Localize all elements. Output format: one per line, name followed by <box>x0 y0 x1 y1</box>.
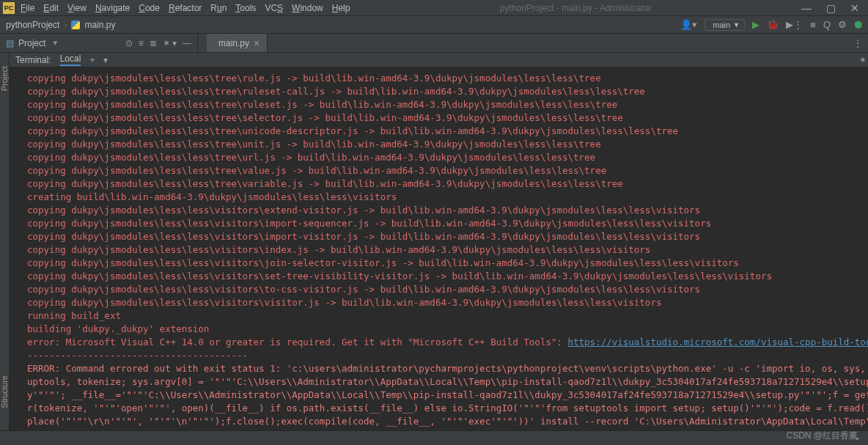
show-options-icon[interactable]: ✶ ▾ <box>163 38 177 48</box>
menu-tools[interactable]: Tools <box>235 3 256 13</box>
project-icon: ▤ <box>6 38 14 48</box>
build-tools-link[interactable]: https://visualstudio.microsoft.com/visua… <box>568 336 868 347</box>
run-config-name: main <box>713 21 730 29</box>
sidebar-tab-project[interactable]: Project <box>0 66 9 91</box>
editor-tab-main[interactable]: main.py × <box>207 34 268 52</box>
sidebar-tab-structure[interactable]: Structure <box>0 375 9 408</box>
chevron-down-icon: ▼ <box>51 39 59 47</box>
expand-all-icon[interactable]: ≡ <box>139 38 144 48</box>
chevron-right-icon: › <box>64 20 67 30</box>
status-square-icon: ▪ <box>856 434 859 443</box>
breadcrumb-project[interactable]: pythonProject <box>6 20 59 30</box>
collapse-all-icon[interactable]: ≣ <box>150 38 157 48</box>
more-icon[interactable]: ⋮ <box>853 38 862 48</box>
window-title: pythonProject - main.py - Administrator <box>350 3 801 13</box>
tab-filename: main.py <box>218 38 249 48</box>
project-panel-title: Project <box>18 38 45 48</box>
stop-icon[interactable]: ■ <box>810 19 816 30</box>
run-icon[interactable]: ▶ <box>752 19 760 30</box>
run-config-selector[interactable]: main ▼ <box>705 19 745 31</box>
terminal-dropdown-icon[interactable]: ▾ <box>103 55 108 65</box>
app-logo: PC <box>3 2 15 14</box>
python-file-icon <box>71 21 80 29</box>
code-with-me-icon[interactable]: ⬢ <box>854 19 862 30</box>
menu-view[interactable]: View <box>67 3 87 13</box>
close-icon[interactable]: ✕ <box>850 2 859 14</box>
terminal-gear-icon[interactable]: ✶ ▾ <box>859 55 868 65</box>
menu-navigate[interactable]: Navigate <box>95 3 130 13</box>
titlebar: PC File Edit View Navigate Code Refactor… <box>0 0 868 16</box>
status-bar: ▪ <box>0 430 868 445</box>
menu-vcs[interactable]: VCS <box>265 3 283 13</box>
terminal-title: Terminal: <box>15 55 51 65</box>
breadcrumb-file[interactable]: main.py <box>84 20 115 30</box>
terminal-output[interactable]: copying dukpy\jsmodules\less\less\tree\r… <box>10 67 868 430</box>
run-coverage-icon[interactable]: ▶⋮ <box>786 19 803 30</box>
menu-refactor[interactable]: Refactor <box>169 3 202 13</box>
new-terminal-icon[interactable]: + <box>89 55 95 65</box>
menu-file[interactable]: File <box>21 3 34 13</box>
menu-help[interactable]: Help <box>332 3 350 13</box>
debug-icon[interactable]: 🐞 <box>767 19 779 30</box>
terminal-header: Terminal: Local + ▾ ✶ ▾ — <box>10 53 868 67</box>
hide-icon[interactable]: — <box>183 38 191 48</box>
menu-run[interactable]: Run <box>210 3 227 13</box>
add-user-icon[interactable]: 👤▾ <box>680 19 697 30</box>
project-panel-header[interactable]: ▤ Project ▼ ⊙ ≡ ≣ ✶ ▾ — <box>0 34 198 52</box>
terminal-tab-local[interactable]: Local <box>60 54 81 66</box>
maximize-icon[interactable]: ▢ <box>826 2 836 14</box>
menu-code[interactable]: Code <box>139 3 160 13</box>
main-menu: File Edit View Navigate Code Refactor Ru… <box>21 3 350 13</box>
chevron-down-icon: ▼ <box>733 21 740 29</box>
close-tab-icon[interactable]: × <box>254 37 260 49</box>
menu-window[interactable]: Window <box>292 3 323 13</box>
gear-icon[interactable]: ⚙ <box>838 19 847 30</box>
breadcrumb-bar: pythonProject › main.py 👤▾ main ▼ ▶ 🐞 ▶⋮… <box>0 16 868 34</box>
search-icon[interactable]: Q <box>823 19 831 30</box>
menu-edit[interactable]: Edit <box>43 3 59 13</box>
select-opened-file-icon[interactable]: ⊙ <box>125 38 133 48</box>
left-sidebar: Project Structure <box>0 53 10 430</box>
tab-bar: ▤ Project ▼ ⊙ ≡ ≣ ✶ ▾ — main.py × ⋮ <box>0 34 868 53</box>
minimize-icon[interactable]: — <box>801 2 812 14</box>
